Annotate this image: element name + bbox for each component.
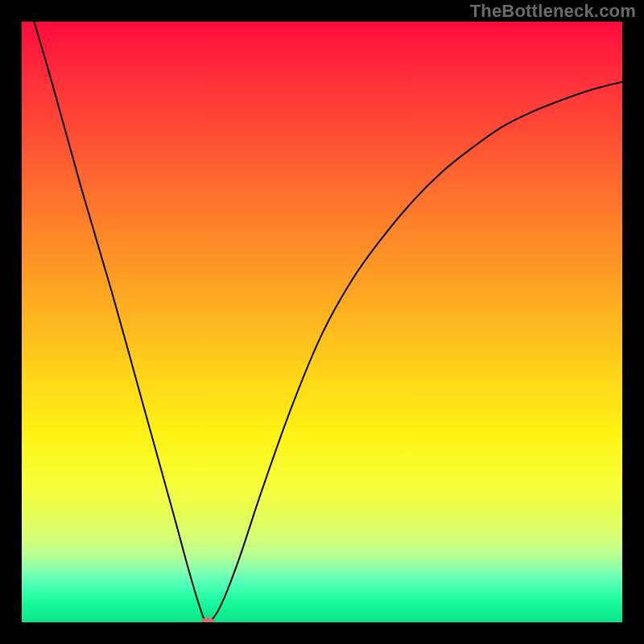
curve-layer [22, 22, 622, 622]
bottleneck-curve-path [22, 22, 622, 622]
minimum-marker [201, 617, 214, 622]
plot-area [22, 22, 622, 622]
chart-frame: TheBottleneck.com [0, 0, 644, 644]
watermark-text: TheBottleneck.com [470, 1, 636, 22]
